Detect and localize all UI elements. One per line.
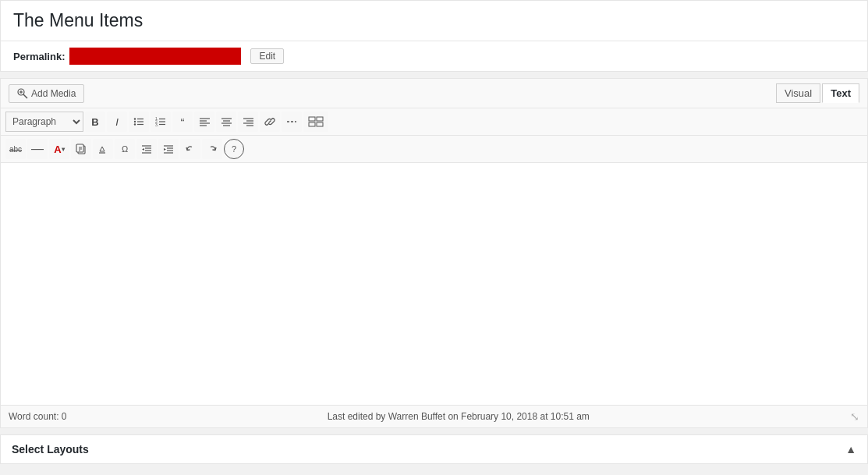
svg-marker-39	[100, 147, 105, 151]
svg-text:3.: 3.	[155, 122, 158, 127]
align-left-icon	[200, 117, 210, 127]
ol-icon: 1.2.3.	[155, 116, 166, 127]
svg-rect-33	[317, 122, 323, 126]
resize-handle[interactable]: ⤡	[850, 410, 859, 423]
select-layouts-title: Select Layouts	[12, 443, 89, 456]
special-char-button[interactable]: Ω	[115, 139, 135, 159]
align-left-button[interactable]	[194, 112, 214, 132]
svg-point-4	[134, 118, 136, 119]
svg-rect-32	[309, 122, 315, 126]
svg-point-6	[134, 121, 136, 122]
permalink-url	[69, 48, 241, 65]
tab-text[interactable]: Text	[822, 83, 859, 103]
kitchensink-icon	[308, 116, 324, 127]
italic-button[interactable]: I	[107, 112, 127, 132]
editor-content[interactable]	[1, 163, 867, 405]
indent-button[interactable]	[158, 139, 179, 159]
toolbar-row-1: Paragraph Heading 1 Heading 2 Heading 3 …	[1, 108, 867, 136]
svg-line-28	[269, 121, 271, 123]
last-edited: Last edited by Warren Buffet on February…	[328, 411, 590, 422]
blockquote-button[interactable]: “	[172, 112, 193, 132]
main-container: Permalink: Edit Add Media Visual Text	[0, 0, 868, 475]
word-count-value: 0	[62, 411, 67, 422]
paragraph-select[interactable]: Paragraph Heading 1 Heading 2 Heading 3 …	[5, 112, 83, 132]
clear-icon	[97, 144, 108, 154]
word-count-label: Word count:	[9, 411, 58, 422]
title-area	[0, 0, 868, 41]
outdent-button[interactable]	[136, 139, 157, 159]
svg-rect-30	[309, 117, 315, 121]
redo-icon	[207, 144, 218, 154]
hr-button[interactable]: —	[27, 139, 48, 159]
align-center-icon	[221, 117, 232, 127]
kitchensink-button[interactable]	[303, 112, 328, 132]
clear-format-button[interactable]	[93, 139, 113, 159]
permalink-label: Permalink:	[13, 51, 65, 62]
more-icon	[286, 116, 297, 127]
editor-header: Add Media Visual Text	[1, 79, 867, 108]
ul-icon	[133, 116, 144, 127]
permalink-edit-button[interactable]: Edit	[250, 48, 284, 64]
add-media-button[interactable]: Add Media	[9, 84, 84, 103]
editor-footer: Word count: 0 Last edited by Warren Buff…	[1, 405, 867, 427]
indent-icon	[163, 144, 174, 154]
more-button[interactable]	[282, 112, 302, 132]
bold-button[interactable]: B	[85, 112, 105, 132]
layouts-collapse-button[interactable]: ▲	[845, 443, 856, 456]
permalink-bar: Permalink: Edit	[0, 41, 868, 72]
add-media-label: Add Media	[31, 88, 76, 99]
undo-button[interactable]	[180, 139, 200, 159]
editor-wrapper: Add Media Visual Text Paragraph Heading …	[0, 78, 868, 428]
view-tabs: Visual Text	[776, 83, 859, 103]
help-button[interactable]: ?	[224, 139, 244, 159]
paste-icon	[76, 144, 87, 154]
text-color-button[interactable]: A▾	[49, 139, 69, 159]
redo-button[interactable]	[202, 139, 222, 159]
align-right-button[interactable]	[238, 112, 258, 132]
undo-icon	[185, 144, 196, 154]
outdent-icon	[141, 144, 152, 154]
tab-visual[interactable]: Visual	[776, 83, 820, 103]
svg-line-1	[23, 94, 27, 98]
add-media-icon	[17, 88, 28, 99]
unordered-list-button[interactable]	[129, 112, 149, 132]
post-title-input[interactable]	[13, 10, 855, 31]
svg-rect-31	[317, 117, 323, 121]
link-button[interactable]	[260, 112, 280, 132]
align-right-icon	[243, 117, 253, 127]
svg-marker-45	[142, 148, 144, 151]
strikethrough-button[interactable]: abc	[5, 139, 26, 159]
ordered-list-button[interactable]: 1.2.3.	[151, 112, 171, 132]
align-center-button[interactable]	[216, 112, 236, 132]
select-layouts: Select Layouts ▲	[0, 434, 868, 464]
toolbar-row-2: abc — A▾ Ω ?	[1, 136, 867, 163]
word-count: Word count: 0	[9, 411, 67, 422]
svg-marker-50	[164, 148, 166, 151]
svg-point-8	[134, 123, 136, 125]
link-icon	[264, 116, 275, 127]
paste-button[interactable]	[71, 139, 91, 159]
